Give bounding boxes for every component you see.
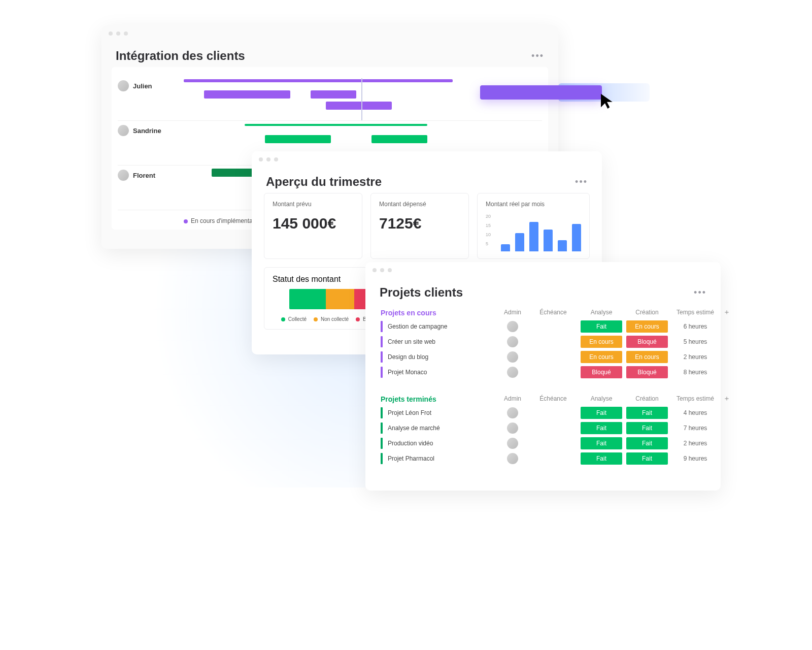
gantt-bar[interactable]: [265, 135, 331, 143]
avatar: [507, 367, 518, 378]
project-name: Gestion de campagne: [381, 319, 497, 334]
projects-title: Projets clients: [380, 285, 463, 300]
time-cell: 2 heures: [670, 440, 721, 447]
avatar: [507, 336, 518, 347]
table-row[interactable]: Gestion de campagneFaitEn cours6 heures: [365, 319, 721, 334]
table-row[interactable]: Projet Léon FrotFaitFait4 heures: [365, 405, 721, 420]
person-name: Sandrine: [133, 127, 161, 135]
creation-cell[interactable]: Fait: [624, 407, 670, 419]
creation-cell[interactable]: Fait: [624, 437, 670, 449]
analyse-cell[interactable]: Fait: [579, 407, 624, 419]
analyse-cell[interactable]: Fait: [579, 452, 624, 465]
analyse-cell[interactable]: Fait: [579, 437, 624, 449]
more-icon[interactable]: •••: [575, 177, 588, 187]
more-icon[interactable]: •••: [531, 51, 544, 61]
creation-cell[interactable]: Fait: [624, 422, 670, 434]
gantt-row: Julien: [118, 76, 542, 121]
gantt-bar[interactable]: [184, 79, 453, 82]
table-row[interactable]: Projet MonacoBloquéBloqué8 heures: [365, 365, 721, 380]
admin-cell: [497, 351, 528, 363]
card-label: Montant prévu: [273, 201, 354, 208]
creation-cell[interactable]: En cours: [624, 351, 670, 363]
admin-cell: [497, 453, 528, 464]
person-name: Julien: [133, 82, 152, 90]
project-name: Projet Léon Frot: [381, 405, 497, 420]
analyse-cell[interactable]: En cours: [579, 351, 624, 363]
analyse-cell[interactable]: En cours: [579, 336, 624, 348]
project-name: Design du blog: [381, 349, 497, 365]
time-cell: 5 heures: [670, 338, 721, 345]
chart-bar: [529, 222, 538, 251]
project-name: Projet Pharmacol: [381, 451, 497, 466]
time-cell: 7 heures: [670, 425, 721, 432]
col-header: Analyse: [579, 395, 624, 402]
legend-dot-icon: [281, 317, 285, 321]
gantt-bar[interactable]: [204, 90, 290, 99]
chart-bar: [558, 240, 567, 251]
gantt-bar[interactable]: [326, 102, 392, 110]
avatar: [507, 438, 518, 449]
card-montant-depense: Montant dépensé 7125€: [370, 193, 469, 259]
gantt-person-label: Florent: [118, 168, 184, 181]
admin-cell: [497, 407, 528, 418]
add-column-icon[interactable]: ＋: [721, 308, 733, 317]
col-header: Temps estimé: [670, 309, 721, 316]
table-row[interactable]: Projet PharmacolFaitFait9 heures: [365, 451, 721, 466]
avatar: [118, 80, 129, 91]
today-line: [361, 78, 362, 120]
creation-cell[interactable]: En cours: [624, 320, 670, 333]
gantt-person-label: Julien: [118, 78, 184, 91]
gantt-bar[interactable]: [311, 90, 356, 99]
avatar: [507, 453, 518, 464]
window-controls[interactable]: [101, 25, 558, 42]
time-cell: 6 heures: [670, 323, 721, 330]
card-value: 145 000€: [273, 215, 354, 232]
chart-yticks: 2015105: [486, 212, 491, 248]
card-label: Montant réel par mois: [486, 201, 581, 208]
card-montant-reel: Montant réel par mois 2015105: [477, 193, 590, 259]
avatar: [507, 407, 518, 418]
analyse-cell[interactable]: Fait: [579, 422, 624, 434]
table-row[interactable]: Design du blogEn coursEn cours2 heures: [365, 349, 721, 365]
col-header: Création: [624, 395, 670, 402]
analyse-cell[interactable]: Fait: [579, 320, 624, 333]
gantt-bar[interactable]: [245, 124, 427, 126]
status-segment: [289, 289, 326, 309]
table-row[interactable]: Analyse de marchéFaitFait7 heures: [365, 420, 721, 436]
legend-item: Collecté: [281, 316, 307, 322]
floating-task-bar[interactable]: [480, 85, 602, 100]
col-header: Admin: [497, 309, 528, 316]
chart-bar: [544, 230, 553, 251]
add-column-icon[interactable]: ＋: [721, 394, 733, 403]
window-controls[interactable]: [252, 151, 602, 168]
card-value: 7125€: [379, 215, 460, 232]
admin-cell: [497, 422, 528, 434]
avatar: [507, 422, 518, 434]
project-name: Créer un site web: [381, 334, 497, 349]
creation-cell[interactable]: Bloqué: [624, 336, 670, 348]
card-montant-prevu: Montant prévu 145 000€: [264, 193, 362, 259]
card-label: Montant dépensé: [379, 201, 460, 208]
project-name: Production vidéo: [381, 436, 497, 451]
time-cell: 9 heures: [670, 455, 721, 462]
creation-cell[interactable]: Fait: [624, 452, 670, 465]
avatar: [507, 321, 518, 332]
more-icon[interactable]: •••: [694, 287, 706, 298]
legend-dot-icon: [314, 317, 318, 321]
creation-cell[interactable]: Bloqué: [624, 366, 670, 378]
col-header: Admin: [497, 395, 528, 402]
status-segment: [326, 289, 354, 309]
person-name: Florent: [133, 172, 155, 179]
window-projects: Projets clients ••• Projets en coursAdmi…: [365, 262, 721, 491]
col-header: Analyse: [579, 309, 624, 316]
table-row[interactable]: Production vidéoFaitFait2 heures: [365, 436, 721, 451]
table-row[interactable]: Créer un site webEn coursBloqué5 heures: [365, 334, 721, 349]
time-cell: 4 heures: [670, 409, 721, 416]
legend-dot-icon: [356, 317, 360, 321]
legend-item: Non collecté: [314, 316, 349, 322]
gantt-bar[interactable]: [371, 135, 427, 143]
window-controls[interactable]: [365, 262, 721, 278]
analyse-cell[interactable]: Bloqué: [579, 366, 624, 378]
chart-bar: [515, 233, 524, 251]
project-name: Projet Monaco: [381, 365, 497, 380]
